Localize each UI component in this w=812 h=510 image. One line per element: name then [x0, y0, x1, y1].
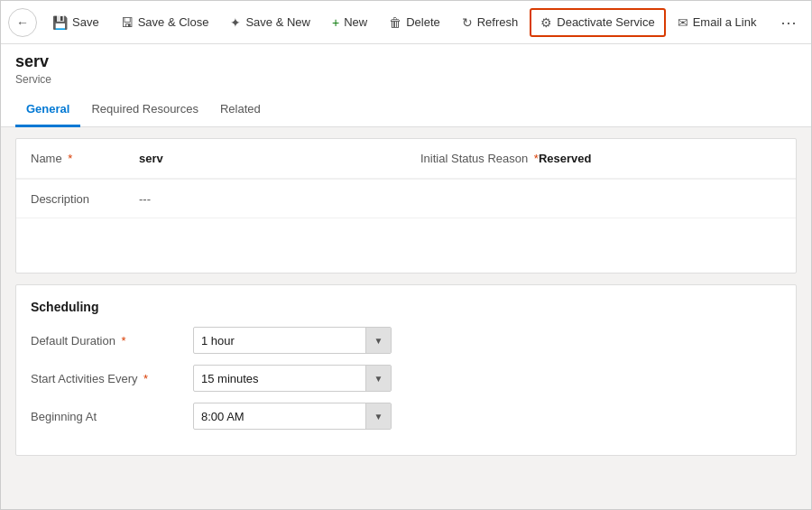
- start-activities-arrow[interactable]: ▼: [365, 366, 391, 391]
- save-new-button[interactable]: ✦ Save & New: [220, 9, 320, 36]
- delete-button[interactable]: 🗑 Delete: [379, 9, 450, 36]
- save-button[interactable]: 💾 Save: [42, 9, 109, 36]
- default-duration-value: 1 hour: [201, 334, 365, 348]
- record-subtitle: Service: [15, 73, 797, 86]
- email-icon: ✉: [678, 15, 688, 30]
- new-label: New: [344, 15, 367, 29]
- tab-required-resources[interactable]: Required Resources: [80, 93, 209, 127]
- default-duration-row: Default Duration * 1 hour ▼: [31, 327, 781, 354]
- save-close-label: Save & Close: [138, 15, 209, 29]
- beginning-at-label: Beginning At: [31, 410, 193, 423]
- description-right-cell: [406, 179, 796, 218]
- main-content: Name * serv Initial Status Reason * Rese…: [1, 127, 811, 509]
- name-required: *: [68, 152, 72, 165]
- save-new-label: Save & New: [245, 15, 310, 29]
- new-icon: +: [332, 15, 339, 30]
- deactivate-icon: ⚙: [540, 15, 552, 30]
- form-grid: Name * serv Initial Status Reason * Rese…: [16, 139, 796, 273]
- description-value: ---: [139, 192, 151, 206]
- start-activities-value: 15 minutes: [201, 372, 365, 385]
- deactivate-service-button[interactable]: ⚙ Deactivate Service: [530, 8, 665, 37]
- more-options-button[interactable]: ⋯: [773, 9, 804, 36]
- scheduling-section: Scheduling Default Duration * 1 hour ▼ S…: [15, 284, 797, 456]
- tabs: General Required Resources Related: [1, 93, 811, 127]
- tab-related[interactable]: Related: [209, 93, 272, 127]
- default-duration-required: *: [122, 334, 126, 348]
- record-header: serv Service: [1, 44, 811, 86]
- email-link-label: Email a Link: [693, 15, 757, 29]
- delete-icon: 🗑: [389, 15, 401, 30]
- start-activities-row: Start Activities Every * 15 minutes ▼: [31, 365, 781, 392]
- refresh-label: Refresh: [477, 15, 519, 29]
- name-label: Name *: [31, 152, 139, 165]
- save-close-button[interactable]: 🖫 Save & Close: [111, 9, 219, 36]
- description-cell: Description ---: [16, 179, 406, 218]
- refresh-button[interactable]: ↻ Refresh: [452, 9, 529, 36]
- deactivate-label: Deactivate Service: [557, 15, 654, 29]
- beginning-at-select[interactable]: 8:00 AM ▼: [193, 403, 392, 430]
- default-duration-label: Default Duration *: [31, 334, 193, 348]
- delete-label: Delete: [406, 15, 440, 29]
- save-close-icon: 🖫: [121, 15, 134, 30]
- toolbar: ← 💾 Save 🖫 Save & Close ✦ Save & New + N…: [1, 1, 811, 44]
- save-label: Save: [72, 15, 99, 29]
- form-spacer: [16, 218, 796, 273]
- back-button[interactable]: ←: [8, 8, 37, 37]
- name-cell: Name * serv: [16, 139, 406, 179]
- name-value: serv: [139, 152, 163, 165]
- description-label: Description: [31, 192, 139, 206]
- beginning-at-row: Beginning At 8:00 AM ▼: [31, 403, 781, 430]
- save-icon: 💾: [52, 15, 68, 30]
- initial-status-value: Reserved: [539, 152, 592, 165]
- beginning-at-arrow[interactable]: ▼: [365, 403, 391, 429]
- save-new-icon: ✦: [230, 15, 241, 30]
- new-button[interactable]: + New: [322, 9, 377, 36]
- back-icon: ←: [16, 15, 29, 30]
- email-link-button[interactable]: ✉ Email a Link: [668, 9, 767, 36]
- scheduling-title: Scheduling: [31, 300, 781, 314]
- start-activities-label: Start Activities Every *: [31, 372, 193, 385]
- beginning-at-value: 8:00 AM: [201, 410, 365, 423]
- start-activities-select[interactable]: 15 minutes ▼: [193, 365, 392, 392]
- form-section: Name * serv Initial Status Reason * Rese…: [15, 138, 797, 274]
- default-duration-arrow[interactable]: ▼: [365, 328, 391, 353]
- start-activities-required: *: [143, 372, 148, 385]
- initial-status-label: Initial Status Reason *: [420, 152, 539, 165]
- refresh-icon: ↻: [462, 15, 473, 30]
- record-title: serv: [15, 51, 797, 72]
- initial-status-cell: Initial Status Reason * Reserved: [406, 139, 796, 179]
- tab-general[interactable]: General: [15, 93, 80, 127]
- default-duration-select[interactable]: 1 hour ▼: [193, 327, 392, 354]
